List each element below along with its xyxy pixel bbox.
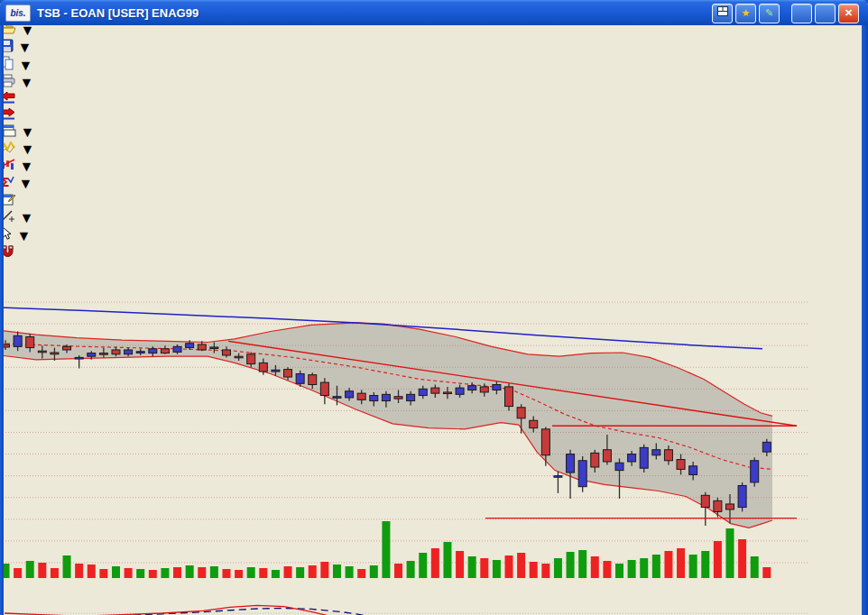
layout-button[interactable] [712, 4, 733, 23]
candle [468, 386, 476, 390]
volume-bar [664, 551, 672, 578]
dropdown-arrow-icon: ▼ [19, 210, 33, 225]
title-bar[interactable]: bis. TSB - EOAN [USER] ENAG99 ★ ✎ ✕ [0, 0, 868, 25]
app-window: bis. TSB - EOAN [USER] ENAG99 ★ ✎ ✕ ▼ ▼ [0, 0, 868, 615]
volume-bar [125, 568, 133, 578]
volume-bar [370, 565, 378, 578]
candle [235, 356, 243, 358]
macd-panel[interactable] [0, 583, 808, 615]
candle [738, 485, 746, 507]
volume-bar [725, 528, 734, 578]
candle [26, 337, 34, 348]
volume-bar [603, 561, 611, 578]
dropdown-arrow-icon: ▼ [19, 159, 33, 174]
volume-bar [26, 561, 34, 578]
volume-bar [75, 564, 83, 578]
print-button[interactable]: ▼ [0, 74, 868, 91]
volume-bar [309, 565, 317, 578]
volume-bar [480, 558, 488, 578]
candle [652, 450, 660, 455]
candle [222, 350, 230, 355]
volume-bar [640, 558, 648, 578]
candle [38, 351, 46, 353]
volume-bar [88, 565, 96, 578]
candle [541, 429, 549, 455]
candle [99, 353, 107, 355]
volume-bar [517, 553, 525, 578]
candle [714, 500, 722, 511]
window-border-right [862, 25, 868, 615]
volume-bar [714, 541, 722, 578]
candle [751, 461, 759, 482]
candle [554, 476, 562, 478]
prev-chart-button[interactable] [0, 91, 868, 107]
volume-bar [407, 561, 415, 578]
volume-bar [394, 564, 402, 578]
volume-bar [591, 556, 599, 578]
volume-bar [456, 551, 464, 578]
candle [419, 389, 427, 395]
copy-button[interactable]: ▼ [0, 56, 868, 74]
pointer-button[interactable]: ▼ [0, 226, 868, 244]
volume-bar [14, 568, 22, 578]
candle [357, 393, 365, 399]
candle [320, 382, 328, 395]
volume-bar [541, 564, 549, 578]
volume-bar [222, 569, 230, 578]
candle [578, 461, 586, 487]
candle [628, 454, 636, 462]
candle [198, 344, 206, 350]
magnet-button[interactable] [0, 244, 868, 262]
dropdown-arrow-icon: ▼ [19, 75, 33, 90]
candle [75, 357, 83, 359]
price-chart-panel[interactable] [0, 262, 808, 580]
strategies-button[interactable]: Σ ▼ [0, 175, 868, 192]
volume-bar [272, 570, 280, 578]
chart-region[interactable]: ENAG99 EOAN, Tageschart - 06.08.2008 - 0… [0, 262, 868, 615]
volume-bar [419, 553, 427, 578]
save-button[interactable]: ▼ [0, 39, 868, 56]
volume-bar [505, 555, 513, 578]
volume-bar [173, 567, 181, 578]
volume-bar [677, 548, 685, 578]
volume-bar [259, 568, 267, 578]
candle [112, 350, 120, 354]
main-toolbar: ▼ ▼ ▼ ▼ ▼ ▼ ▼ [0, 4, 868, 262]
candle [210, 347, 218, 349]
candle [517, 408, 525, 418]
volume-bar [751, 556, 759, 578]
candle [125, 350, 133, 354]
candle [346, 391, 354, 398]
candle [309, 375, 317, 385]
chart-style-button[interactable]: ▼ [0, 141, 868, 158]
next-chart-button[interactable] [0, 107, 868, 124]
volume-bar [99, 569, 107, 578]
close-button[interactable]: ✕ [838, 4, 859, 23]
maximize-button[interactable] [815, 4, 836, 23]
volume-bar [578, 550, 586, 578]
star-icon: ★ [742, 7, 751, 18]
candle [394, 397, 402, 399]
minimize-button[interactable] [791, 4, 812, 23]
candle [284, 370, 292, 377]
volume-bar [235, 570, 243, 578]
candle [664, 450, 672, 461]
line-tool-button[interactable]: ▼ [0, 209, 868, 226]
dropdown-arrow-icon: ▼ [20, 142, 34, 157]
candle [333, 397, 341, 399]
candle [259, 363, 267, 372]
candle [173, 346, 181, 352]
favorites-button[interactable]: ★ [735, 4, 756, 23]
chart-window-button[interactable]: ▼ [0, 124, 868, 141]
properties-button[interactable] [0, 192, 868, 209]
candle [247, 354, 255, 364]
candle [63, 346, 71, 350]
dropdown-arrow-icon: ▼ [18, 176, 32, 191]
volume-bar [762, 567, 771, 578]
candle [370, 396, 378, 401]
volume-bar [701, 551, 709, 578]
window-border-left [0, 25, 4, 615]
edit-button[interactable]: ✎ [759, 4, 780, 23]
volume-bar [296, 567, 304, 578]
indicators-button[interactable]: ▼ [0, 158, 868, 175]
